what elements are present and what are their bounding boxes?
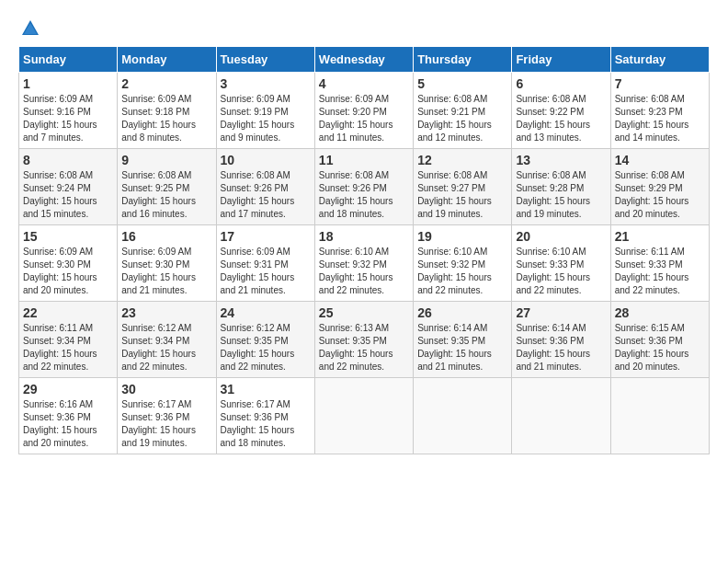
day-info: Sunrise: 6:15 AMSunset: 9:36 PMDaylight:… [615, 322, 705, 373]
calendar-cell: 4Sunrise: 6:09 AMSunset: 9:20 PMDaylight… [314, 73, 413, 149]
day-info: Sunrise: 6:08 AMSunset: 9:29 PMDaylight:… [615, 169, 705, 221]
day-info: Sunrise: 6:08 AMSunset: 9:25 PMDaylight:… [121, 169, 211, 221]
day-info: Sunrise: 6:10 AMSunset: 9:32 PMDaylight:… [417, 246, 507, 297]
day-number: 8 [23, 153, 113, 167]
header-saturday: Saturday [610, 47, 709, 73]
day-number: 18 [319, 229, 409, 244]
day-info: Sunrise: 6:13 AMSunset: 9:35 PMDaylight:… [319, 322, 409, 373]
day-number: 11 [319, 153, 409, 167]
day-info: Sunrise: 6:12 AMSunset: 9:34 PMDaylight:… [121, 322, 211, 373]
calendar-cell: 9Sunrise: 6:08 AMSunset: 9:25 PMDaylight… [118, 149, 216, 225]
day-info: Sunrise: 6:08 AMSunset: 9:26 PMDaylight:… [221, 169, 311, 221]
day-info: Sunrise: 6:09 AMSunset: 9:18 PMDaylight:… [121, 93, 211, 144]
day-info: Sunrise: 6:10 AMSunset: 9:33 PMDaylight:… [516, 246, 606, 297]
day-info: Sunrise: 6:14 AMSunset: 9:36 PMDaylight:… [516, 322, 606, 373]
calendar-cell: 27Sunrise: 6:14 AMSunset: 9:36 PMDayligh… [512, 302, 610, 378]
calendar-week-3: 15Sunrise: 6:09 AMSunset: 9:30 PMDayligh… [19, 225, 710, 302]
calendar-cell: 12Sunrise: 6:08 AMSunset: 9:27 PMDayligh… [414, 149, 512, 225]
day-info: Sunrise: 6:09 AMSunset: 9:30 PMDaylight:… [121, 246, 211, 297]
calendar-cell [610, 378, 709, 454]
calendar-cell: 29Sunrise: 6:16 AMSunset: 9:36 PMDayligh… [19, 378, 118, 454]
calendar-cell [314, 378, 413, 454]
day-number: 26 [417, 305, 507, 320]
day-info: Sunrise: 6:09 AMSunset: 9:31 PMDaylight:… [221, 246, 311, 297]
header-thursday: Thursday [414, 47, 512, 73]
calendar-cell: 21Sunrise: 6:11 AMSunset: 9:33 PMDayligh… [610, 225, 709, 302]
day-info: Sunrise: 6:14 AMSunset: 9:35 PMDaylight:… [417, 322, 507, 373]
header-tuesday: Tuesday [216, 47, 314, 73]
header-wednesday: Wednesday [314, 47, 413, 73]
day-number: 24 [221, 305, 311, 320]
calendar-cell: 28Sunrise: 6:15 AMSunset: 9:36 PMDayligh… [610, 302, 709, 378]
calendar-cell: 30Sunrise: 6:17 AMSunset: 9:36 PMDayligh… [118, 378, 216, 454]
day-info: Sunrise: 6:08 AMSunset: 9:24 PMDaylight:… [23, 169, 113, 221]
day-number: 10 [221, 153, 311, 167]
calendar-cell [512, 378, 610, 454]
calendar-cell: 22Sunrise: 6:11 AMSunset: 9:34 PMDayligh… [19, 302, 118, 378]
calendar-cell: 8Sunrise: 6:08 AMSunset: 9:24 PMDaylight… [19, 149, 118, 225]
day-number: 22 [23, 305, 113, 320]
calendar-cell [414, 378, 512, 454]
calendar-cell: 15Sunrise: 6:09 AMSunset: 9:30 PMDayligh… [19, 225, 118, 302]
day-number: 23 [121, 305, 211, 320]
day-number: 31 [221, 382, 311, 396]
day-number: 6 [516, 76, 606, 91]
day-number: 1 [23, 76, 113, 91]
day-info: Sunrise: 6:09 AMSunset: 9:30 PMDaylight:… [23, 246, 113, 297]
day-info: Sunrise: 6:08 AMSunset: 9:23 PMDaylight:… [615, 93, 705, 144]
calendar-cell: 20Sunrise: 6:10 AMSunset: 9:33 PMDayligh… [512, 225, 610, 302]
calendar-week-2: 8Sunrise: 6:08 AMSunset: 9:24 PMDaylight… [19, 149, 710, 225]
calendar-cell: 17Sunrise: 6:09 AMSunset: 9:31 PMDayligh… [216, 225, 314, 302]
day-info: Sunrise: 6:12 AMSunset: 9:35 PMDaylight:… [221, 322, 311, 373]
calendar-week-1: 1Sunrise: 6:09 AMSunset: 9:16 PMDaylight… [19, 73, 710, 149]
day-number: 5 [417, 76, 507, 91]
day-info: Sunrise: 6:09 AMSunset: 9:16 PMDaylight:… [23, 93, 113, 144]
day-info: Sunrise: 6:09 AMSunset: 9:19 PMDaylight:… [221, 93, 311, 144]
calendar-cell: 2Sunrise: 6:09 AMSunset: 9:18 PMDaylight… [118, 73, 216, 149]
header-monday: Monday [118, 47, 216, 73]
calendar-cell: 26Sunrise: 6:14 AMSunset: 9:35 PMDayligh… [414, 302, 512, 378]
day-number: 30 [121, 382, 211, 396]
day-number: 4 [319, 76, 409, 91]
day-number: 9 [121, 153, 211, 167]
day-number: 16 [121, 229, 211, 244]
day-number: 17 [221, 229, 311, 244]
calendar-cell: 10Sunrise: 6:08 AMSunset: 9:26 PMDayligh… [216, 149, 314, 225]
day-number: 27 [516, 305, 606, 320]
calendar-cell: 25Sunrise: 6:13 AMSunset: 9:35 PMDayligh… [314, 302, 413, 378]
calendar-week-4: 22Sunrise: 6:11 AMSunset: 9:34 PMDayligh… [19, 302, 710, 378]
logo [18, 18, 40, 42]
day-number: 12 [417, 153, 507, 167]
calendar-cell: 18Sunrise: 6:10 AMSunset: 9:32 PMDayligh… [314, 225, 413, 302]
calendar-cell: 3Sunrise: 6:09 AMSunset: 9:19 PMDaylight… [216, 73, 314, 149]
day-info: Sunrise: 6:08 AMSunset: 9:28 PMDaylight:… [516, 169, 606, 221]
day-info: Sunrise: 6:17 AMSunset: 9:36 PMDaylight:… [121, 398, 211, 450]
day-info: Sunrise: 6:11 AMSunset: 9:33 PMDaylight:… [615, 246, 705, 297]
calendar-table: SundayMondayTuesdayWednesdayThursdayFrid… [18, 46, 710, 454]
day-number: 15 [23, 229, 113, 244]
calendar-header-row: SundayMondayTuesdayWednesdayThursdayFrid… [19, 47, 710, 73]
day-info: Sunrise: 6:16 AMSunset: 9:36 PMDaylight:… [23, 398, 113, 450]
day-number: 29 [23, 382, 113, 396]
header-friday: Friday [512, 47, 610, 73]
calendar-cell: 31Sunrise: 6:17 AMSunset: 9:36 PMDayligh… [216, 378, 314, 454]
calendar-cell: 7Sunrise: 6:08 AMSunset: 9:23 PMDaylight… [610, 73, 709, 149]
day-number: 7 [615, 76, 705, 91]
calendar-cell: 11Sunrise: 6:08 AMSunset: 9:26 PMDayligh… [314, 149, 413, 225]
day-info: Sunrise: 6:09 AMSunset: 9:20 PMDaylight:… [319, 93, 409, 144]
day-number: 3 [221, 76, 311, 91]
day-info: Sunrise: 6:08 AMSunset: 9:27 PMDaylight:… [417, 169, 507, 221]
calendar-cell: 24Sunrise: 6:12 AMSunset: 9:35 PMDayligh… [216, 302, 314, 378]
day-info: Sunrise: 6:08 AMSunset: 9:21 PMDaylight:… [417, 93, 507, 144]
day-number: 19 [417, 229, 507, 244]
calendar-cell: 23Sunrise: 6:12 AMSunset: 9:34 PMDayligh… [118, 302, 216, 378]
calendar-cell: 5Sunrise: 6:08 AMSunset: 9:21 PMDaylight… [414, 73, 512, 149]
day-number: 28 [615, 305, 705, 320]
logo-icon [20, 18, 40, 39]
calendar-cell: 14Sunrise: 6:08 AMSunset: 9:29 PMDayligh… [610, 149, 709, 225]
calendar-cell: 6Sunrise: 6:08 AMSunset: 9:22 PMDaylight… [512, 73, 610, 149]
day-info: Sunrise: 6:17 AMSunset: 9:36 PMDaylight:… [221, 398, 311, 450]
day-number: 21 [615, 229, 705, 244]
calendar-cell: 1Sunrise: 6:09 AMSunset: 9:16 PMDaylight… [19, 73, 118, 149]
day-number: 20 [516, 229, 606, 244]
